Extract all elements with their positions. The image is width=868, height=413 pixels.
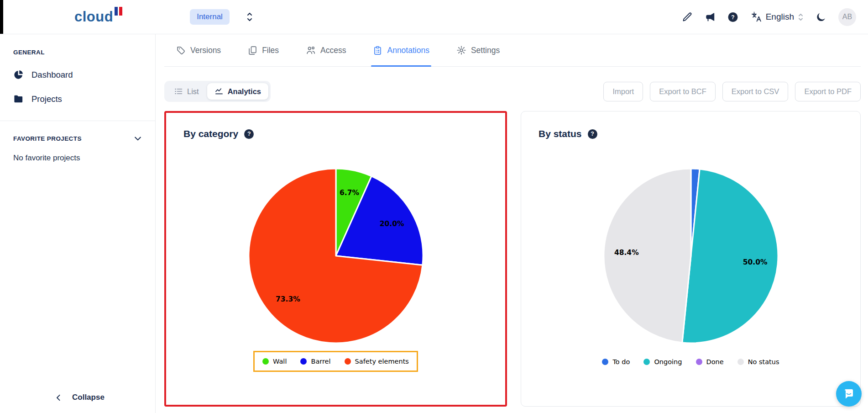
workspace-badge[interactable]: Internal	[190, 9, 230, 25]
files-icon	[248, 46, 257, 55]
tab-label: Access	[320, 46, 346, 55]
sidebar-item-dashboard[interactable]: Dashboard	[13, 69, 155, 80]
tab-files[interactable]: Files	[248, 34, 279, 66]
tab-versions[interactable]: Versions	[176, 34, 221, 66]
svg-text:20.0%: 20.0%	[379, 220, 404, 228]
by-category-legend: WallBarrelSafety elements	[262, 358, 409, 365]
legend-color-dot	[696, 359, 702, 365]
legend-color-dot	[300, 358, 307, 365]
legend-label: To do	[612, 358, 630, 365]
sidebar-section-favorites[interactable]: FAVORITE PROJECTS	[13, 134, 142, 143]
help-circle-icon[interactable]: ?	[727, 11, 738, 22]
legend-color-dot	[602, 359, 608, 365]
app-header: cloud Internal ?	[0, 0, 868, 34]
svg-text:50.0%: 50.0%	[743, 258, 767, 266]
tab-annotations[interactable]: Annotations	[373, 34, 429, 66]
legend-label: No status	[748, 358, 779, 365]
sidebar-divider	[0, 121, 155, 121]
legend-color-dot	[737, 359, 744, 365]
analytics-icon	[214, 87, 224, 96]
legend-color-dot	[643, 359, 650, 365]
workspace-selector-icon[interactable]	[244, 11, 255, 22]
users-icon	[306, 45, 316, 55]
export-buttons: Import Export to BCF Export to CSV Expor…	[603, 82, 861, 101]
screenshot-edge-strip	[0, 0, 3, 34]
favorites-title: FAVORITE PROJECTS	[13, 135, 82, 142]
header-actions: ? English AB	[682, 8, 856, 26]
by-category-pie-chart: 6.7%20.0%73.3%	[246, 165, 426, 346]
legend-label: Safety elements	[355, 358, 409, 365]
export-pdf-button[interactable]: Export to PDF	[795, 82, 861, 101]
legend-item[interactable]: No status	[737, 358, 779, 365]
translate-icon	[750, 11, 762, 23]
tab-label: Settings	[471, 46, 500, 55]
tab-label: Files	[262, 46, 279, 55]
toggle-list[interactable]: List	[167, 83, 206, 100]
legend-item[interactable]: Barrel	[300, 358, 330, 365]
legend-item[interactable]: Wall	[262, 358, 287, 365]
tab-label: Annotations	[387, 46, 429, 55]
tab-bar: Versions Files Access	[164, 34, 861, 67]
sidebar-item-label: Dashboard	[31, 70, 73, 80]
help-icon[interactable]: ?	[244, 129, 254, 139]
sidebar-item-projects[interactable]: Projects	[13, 94, 155, 104]
legend-color-dot	[345, 358, 351, 365]
chat-widget-button[interactable]	[836, 381, 862, 407]
sidebar-section-general: GENERAL	[13, 49, 155, 56]
sidebar: GENERAL Dashboard Projects FAVORITE PROJ…	[0, 34, 156, 413]
main-content: Versions Files Access	[156, 34, 868, 413]
favorites-empty-text: No favorite projects	[13, 154, 155, 163]
chevron-updown-icon	[798, 13, 804, 21]
chevron-left-icon	[55, 394, 63, 402]
export-csv-button[interactable]: Export to CSV	[722, 82, 789, 101]
legend-item[interactable]: Done	[696, 358, 724, 365]
chevron-down-icon	[133, 134, 142, 143]
svg-text:73.3%: 73.3%	[276, 295, 300, 303]
by-status-pie-chart: 50.0%48.4%	[601, 165, 781, 346]
legend-color-dot	[262, 358, 269, 365]
toggle-label: Analytics	[228, 87, 261, 96]
announcements-megaphone-icon[interactable]	[705, 11, 716, 22]
app-logo[interactable]: cloud	[74, 9, 122, 25]
import-button[interactable]: Import	[603, 82, 643, 101]
chart-title: By status	[539, 128, 582, 139]
french-flag-icon	[115, 7, 122, 16]
tag-icon	[176, 46, 186, 55]
sidebar-item-label: Projects	[31, 94, 62, 104]
toggle-analytics[interactable]: Analytics	[207, 83, 268, 100]
annotations-toolbar: List Analytics Import Export to BCF Expo…	[164, 81, 861, 102]
help-icon[interactable]: ?	[588, 129, 597, 139]
sidebar-collapse-button[interactable]: Collapse	[55, 393, 155, 402]
edit-pencil-icon[interactable]	[682, 11, 693, 22]
toggle-label: List	[187, 87, 199, 96]
by-status-chart-card: By status ? 50.0%48.4% To doOngoingDoneN…	[521, 111, 861, 407]
chat-bubble-icon	[842, 387, 856, 401]
user-avatar[interactable]: AB	[838, 8, 856, 26]
legend-item[interactable]: Ongoing	[643, 358, 682, 365]
collapse-label: Collapse	[72, 393, 105, 402]
svg-text:48.4%: 48.4%	[614, 249, 638, 257]
chart-title: By category	[183, 128, 238, 139]
legend-item[interactable]: To do	[602, 358, 630, 365]
list-icon	[174, 87, 183, 96]
tab-settings[interactable]: Settings	[456, 34, 500, 66]
svg-text:?: ?	[731, 14, 734, 21]
tab-access[interactable]: Access	[306, 34, 346, 66]
view-toggle: List Analytics	[164, 81, 271, 102]
folder-icon	[13, 94, 24, 104]
legend-label: Done	[706, 358, 724, 365]
by-status-legend: To doOngoingDoneNo status	[602, 358, 779, 365]
language-label: English	[766, 12, 794, 22]
charts-row: By category ? 6.7%20.0%73.3% WallBarrelS…	[164, 111, 861, 407]
language-selector[interactable]: English	[750, 11, 804, 23]
gear-icon	[456, 45, 466, 55]
legend-label: Wall	[273, 358, 287, 365]
dark-mode-moon-icon[interactable]	[816, 11, 826, 22]
legend-label: Barrel	[311, 358, 330, 365]
export-bcf-button[interactable]: Export to BCF	[650, 82, 716, 101]
pie-chart-icon	[13, 69, 24, 80]
logo-text: cloud	[74, 9, 113, 25]
svg-text:6.7%: 6.7%	[340, 189, 359, 197]
chart-title-row: By category ?	[183, 128, 254, 139]
legend-item[interactable]: Safety elements	[345, 358, 409, 365]
